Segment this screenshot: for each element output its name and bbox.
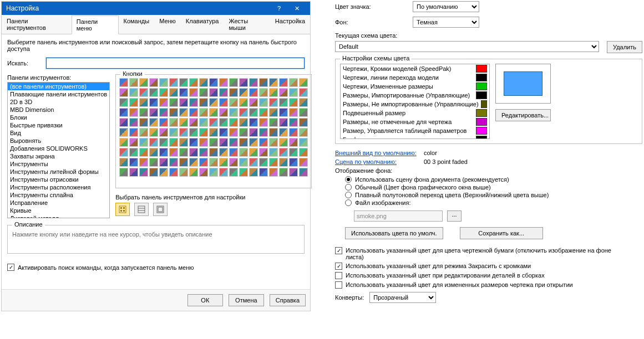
command-icon[interactable]: [229, 98, 238, 107]
command-icon[interactable]: [189, 158, 198, 167]
command-icon[interactable]: [299, 88, 308, 97]
command-icon[interactable]: [129, 148, 138, 157]
tab-6[interactable]: Настройка: [270, 15, 310, 34]
command-icon[interactable]: [209, 78, 218, 87]
bg-display-radio[interactable]: [345, 199, 352, 206]
scheme-color-row[interactable]: Размеры, не отмеченные для чертежа: [341, 117, 489, 126]
tab-4[interactable]: Клавиатура: [181, 15, 224, 34]
command-icon[interactable]: [289, 98, 298, 107]
command-icon[interactable]: [209, 108, 218, 117]
command-icon[interactable]: [179, 138, 188, 147]
envelopes-select[interactable]: Прозрачный: [369, 292, 436, 303]
scheme-color-row[interactable]: Размеры, Не импортированные (Управляющие…: [341, 100, 489, 109]
command-icon[interactable]: [179, 88, 188, 97]
command-icon[interactable]: [219, 78, 228, 87]
layout-mode-2-button[interactable]: [134, 203, 149, 216]
bg-display-radio[interactable]: [345, 192, 352, 198]
help-button[interactable]: ?: [270, 2, 288, 15]
command-icon[interactable]: [149, 158, 158, 167]
command-icon[interactable]: [249, 108, 258, 117]
edit-color-button[interactable]: Редактировать...: [495, 109, 551, 121]
command-icon[interactable]: [119, 88, 128, 97]
command-icon[interactable]: [149, 138, 158, 147]
command-icon[interactable]: [189, 98, 198, 107]
command-icon[interactable]: [289, 128, 298, 137]
command-icon[interactable]: [139, 158, 148, 167]
command-icon[interactable]: [119, 128, 128, 137]
command-icon[interactable]: [209, 138, 218, 147]
icon-color-select[interactable]: По умолчанию: [413, 1, 479, 12]
toolbar-item[interactable]: Инструменты: [8, 160, 109, 168]
scheme-color-row[interactable]: Графические аннотации: [341, 135, 489, 139]
command-icon[interactable]: [299, 168, 308, 177]
command-icon[interactable]: [179, 128, 188, 137]
command-icon[interactable]: [169, 158, 178, 167]
command-icon[interactable]: [159, 78, 168, 87]
command-icon[interactable]: [119, 98, 128, 107]
command-icon[interactable]: [189, 168, 198, 177]
command-icon[interactable]: [229, 88, 238, 97]
default-appearance-link[interactable]: Внешний вид по умолчанию:: [335, 150, 424, 156]
command-icon[interactable]: [219, 158, 228, 167]
command-icon[interactable]: [259, 138, 268, 147]
command-icon[interactable]: [299, 98, 308, 107]
command-icon[interactable]: [189, 88, 198, 97]
command-icon[interactable]: [259, 98, 268, 107]
command-icon[interactable]: [189, 108, 198, 117]
command-icon[interactable]: [229, 78, 238, 87]
toolbar-item[interactable]: Блоки: [8, 114, 109, 121]
command-icon[interactable]: [289, 138, 298, 147]
command-icon[interactable]: [119, 148, 128, 157]
command-icon[interactable]: [259, 88, 268, 97]
command-icon[interactable]: [229, 108, 238, 117]
tab-5[interactable]: Жесты мыши: [224, 15, 270, 34]
command-icon[interactable]: [279, 158, 288, 167]
command-icon[interactable]: [239, 138, 248, 147]
scheme-color-row[interactable]: Размеры, Импортированные (Управляющие): [341, 91, 489, 100]
command-icon[interactable]: [119, 78, 128, 87]
scheme-color-row[interactable]: Размер, Управляется таблицей параметров: [341, 126, 489, 135]
toolbar-item[interactable]: Быстрые привязки: [8, 121, 109, 129]
command-icon[interactable]: [129, 138, 138, 147]
command-icon[interactable]: [239, 108, 248, 117]
tab-3[interactable]: Меню: [154, 15, 181, 34]
command-icon[interactable]: [239, 158, 248, 167]
command-icon[interactable]: [299, 78, 308, 87]
command-icon[interactable]: [229, 158, 238, 167]
command-icon[interactable]: [139, 98, 148, 107]
toolbar-item[interactable]: Инструменты расположения: [8, 183, 109, 191]
command-icon[interactable]: [199, 168, 208, 177]
command-icon[interactable]: [139, 138, 148, 147]
command-icon[interactable]: [129, 78, 138, 87]
command-icon[interactable]: [249, 168, 258, 177]
command-icon[interactable]: [249, 118, 258, 127]
command-icon[interactable]: [179, 158, 188, 167]
command-icon[interactable]: [159, 108, 168, 117]
command-icon[interactable]: [259, 148, 268, 157]
command-icon[interactable]: [289, 118, 298, 127]
toolbar-item[interactable]: 2D в 3D: [8, 98, 109, 106]
toolbar-item[interactable]: Листовой металл: [8, 214, 109, 218]
command-icon[interactable]: [169, 108, 178, 117]
command-icon[interactable]: [179, 118, 188, 127]
command-icon[interactable]: [269, 158, 278, 167]
command-icon[interactable]: [179, 148, 188, 157]
command-icon[interactable]: [129, 98, 138, 107]
command-icon[interactable]: [229, 148, 238, 157]
toolbar-item[interactable]: Добавления SOLIDWORKS: [8, 145, 109, 152]
command-icon[interactable]: [299, 128, 308, 137]
command-icon[interactable]: [279, 98, 288, 107]
scheme-color-row[interactable]: Чертежи, Кромки моделей (SpeedPak): [341, 64, 489, 73]
command-icon[interactable]: [149, 78, 158, 87]
option-checkbox[interactable]: ✓: [335, 263, 342, 270]
command-icon[interactable]: [259, 158, 268, 167]
current-scheme-select[interactable]: Default: [335, 41, 599, 52]
command-icon[interactable]: [169, 148, 178, 157]
command-icon[interactable]: [249, 88, 258, 97]
cancel-button[interactable]: Отмена: [229, 294, 264, 306]
command-icon[interactable]: [259, 118, 268, 127]
command-icon[interactable]: [139, 118, 148, 127]
layout-mode-3-button[interactable]: [153, 203, 168, 216]
command-icon[interactable]: [239, 148, 248, 157]
toolbar-item[interactable]: Инструменты отрисовки: [8, 176, 109, 183]
